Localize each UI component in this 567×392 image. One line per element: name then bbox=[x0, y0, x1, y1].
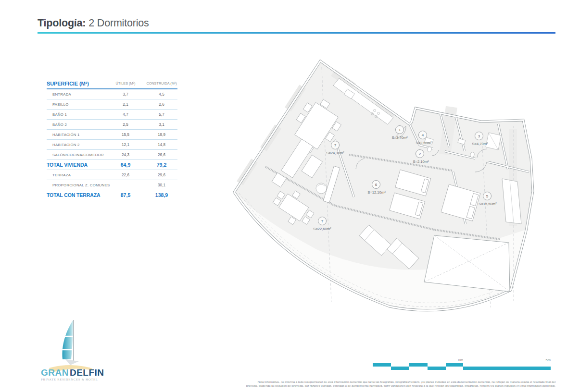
table-row: PROPORCIONAL Z. COMUNES 30,1 bbox=[47, 180, 177, 190]
table-title: SUPERFICIE (M²) bbox=[47, 81, 105, 86]
table-row-total-vivienda: TOTAL VIVIENDA 64,9 79,2 bbox=[47, 160, 177, 170]
svg-text:S=3,70m²: S=3,70m² bbox=[391, 135, 408, 140]
svg-text:S=4,70m²: S=4,70m² bbox=[472, 142, 488, 146]
svg-text:S=2,50m²: S=2,50m² bbox=[416, 141, 432, 145]
table-row-total-terraza: TOTAL CON TERRAZA 87,5 138,9 bbox=[47, 190, 177, 200]
table-row: BAÑO 1 4,7 5,7 bbox=[47, 110, 177, 120]
column-header-construida: CONSTRUIDA (M²) bbox=[146, 81, 177, 86]
floor-plan: 1 S=3,70m² 4 S=2,50m² 3 S=4,70m² 2 S=2,1… bbox=[226, 54, 543, 316]
gran-delfin-logo: GRANDELFIN PRIVATE RESIDENCES & HOTEL bbox=[38, 316, 111, 382]
page-title-value: 2 Dormitorios bbox=[88, 17, 149, 29]
legal-note-line1: Nota Informativa.- se informa a todo rec… bbox=[183, 380, 555, 384]
page-title: Tipología:2 Dormitorios bbox=[38, 17, 149, 29]
legal-note: Nota Informativa.- se informa a todo rec… bbox=[183, 380, 555, 388]
scale-end-label: 5m bbox=[546, 358, 551, 362]
svg-text:4: 4 bbox=[422, 133, 424, 137]
svg-text:1: 1 bbox=[399, 128, 401, 132]
table-row: BAÑO 2 2,5 3,1 bbox=[47, 120, 177, 130]
table-row: SALÓN/COCINA/COMEDOR 24,3 26,6 bbox=[47, 150, 177, 160]
page-title-label: Tipología: bbox=[38, 17, 86, 29]
svg-text:2: 2 bbox=[419, 152, 421, 156]
table-header-row: SUPERFICIE (M²) ÚTILES (M²) CONSTRUIDA (… bbox=[47, 78, 177, 89]
svg-text:S=2,10m²: S=2,10m² bbox=[413, 159, 429, 164]
svg-text:S=24,30m²: S=24,30m² bbox=[326, 151, 344, 155]
svg-text:S=12,10m²: S=12,10m² bbox=[367, 190, 386, 195]
svg-text:S=22,60m²: S=22,60m² bbox=[313, 227, 331, 231]
scale-bar-segments bbox=[373, 363, 551, 370]
logo-subtitle: PRIVATE RESIDENCES & HOTEL bbox=[41, 378, 98, 381]
surface-table: SUPERFICIE (M²) ÚTILES (M²) CONSTRUIDA (… bbox=[47, 78, 177, 200]
svg-text:S=15,50m²: S=15,50m² bbox=[479, 202, 497, 206]
svg-text:3: 3 bbox=[478, 134, 480, 138]
logo-wordmark: GRANDELFIN bbox=[41, 368, 104, 378]
crossed-area bbox=[424, 235, 510, 292]
table-row: ENTRADA 3,7 4,5 bbox=[47, 89, 177, 99]
scale-start-label: 0m bbox=[458, 358, 463, 362]
column-header-utiles: ÚTILES (M²) bbox=[105, 81, 146, 86]
svg-text:T: T bbox=[321, 219, 324, 223]
legal-note-line2: proyecto, pudiendo la ejecución del proy… bbox=[183, 384, 555, 388]
svg-text:7: 7 bbox=[334, 143, 337, 147]
table-row: PASILLO 2,1 2,6 bbox=[47, 99, 177, 110]
logo-sail-icon bbox=[62, 320, 79, 365]
table-row: TERRAZA 22,6 29,6 bbox=[47, 170, 177, 180]
armchair-icon bbox=[316, 183, 327, 194]
table-row: HABITACIÓN 1 15,5 18,9 bbox=[47, 130, 177, 140]
scale-bar: 0m 5m bbox=[373, 357, 552, 373]
brochure-page: Tipología:2 Dormitorios SUPERFICIE (M²) … bbox=[0, 0, 567, 392]
svg-text:6: 6 bbox=[375, 183, 378, 187]
svg-text:5: 5 bbox=[486, 194, 489, 198]
table-row: HABITACIÓN 2 12,1 14,8 bbox=[47, 140, 177, 150]
title-underline bbox=[38, 32, 555, 34]
